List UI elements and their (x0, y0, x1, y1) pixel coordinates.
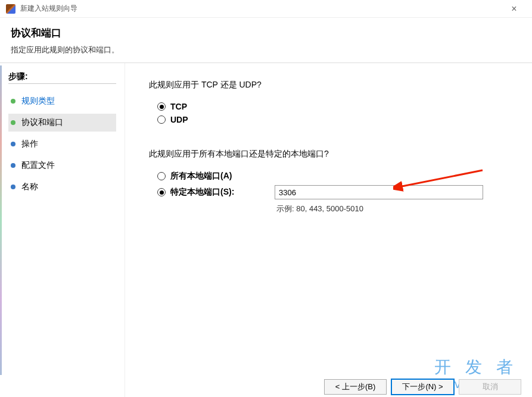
wizard-header: 协议和端口 指定应用此规则的协议和端口。 (0, 18, 532, 63)
window-title: 新建入站规则向导 (20, 4, 502, 14)
radio-udp[interactable] (157, 115, 166, 124)
page-description: 指定应用此规则的协议和端口。 (11, 45, 521, 55)
cancel-button[interactable]: 取消 (459, 379, 521, 395)
step-label: 配置文件 (21, 160, 55, 171)
port-question: 此规则应用于所有本地端口还是特定的本地端口? (149, 149, 508, 160)
back-button[interactable]: < 上一步(B) (324, 379, 387, 395)
radio-tcp-row[interactable]: TCP (149, 100, 508, 113)
radio-udp-row[interactable]: UDP (149, 113, 508, 126)
wizard-footer: < 上一步(B) 下一步(N) > 取消 (324, 379, 521, 395)
wizard-body: 步骤: 规则类型 协议和端口 操作 配置文件 名称 此规则应用于 TCP 还是 … (0, 63, 532, 397)
protocol-section: 此规则应用于 TCP 还是 UDP? TCP UDP (149, 80, 508, 126)
content-pane: 此规则应用于 TCP 还是 UDP? TCP UDP 此规则应用于所有本地端口还… (125, 63, 532, 397)
page-title: 协议和端口 (11, 26, 521, 40)
radio-all-ports[interactable] (157, 172, 166, 180)
step-protocol-port[interactable]: 协议和端口 (8, 114, 116, 132)
step-label: 操作 (21, 139, 38, 149)
next-button[interactable]: 下一步(N) > (391, 379, 454, 395)
titlebar: 新建入站规则向导 × (0, 0, 532, 18)
bullet-icon (11, 120, 15, 125)
radio-tcp-label: TCP (170, 102, 187, 111)
port-section: 此规则应用于所有本地端口还是特定的本地端口? 所有本地端口(A) 特定本地端口(… (149, 149, 508, 214)
steps-heading: 步骤: (8, 71, 116, 84)
radio-specific-ports-label: 特定本地端口(S): (170, 187, 275, 198)
bullet-icon (11, 142, 15, 146)
app-icon (6, 4, 15, 14)
step-profile[interactable]: 配置文件 (8, 157, 116, 174)
step-label: 名称 (21, 182, 38, 192)
step-name[interactable]: 名称 (8, 178, 116, 196)
radio-all-ports-label: 所有本地端口(A) (170, 171, 232, 182)
bullet-icon (11, 163, 15, 168)
protocol-question: 此规则应用于 TCP 还是 UDP? (149, 80, 508, 90)
steps-sidebar: 步骤: 规则类型 协议和端口 操作 配置文件 名称 (0, 63, 125, 397)
left-accent-strip (0, 65, 2, 375)
radio-tcp[interactable] (157, 102, 166, 111)
radio-udp-label: UDP (170, 115, 188, 124)
step-label: 协议和端口 (21, 117, 63, 128)
watermark-line1: 开 发 者 (434, 358, 518, 376)
radio-specific-ports-row[interactable]: 特定本地端口(S): (149, 183, 508, 201)
step-action[interactable]: 操作 (8, 135, 116, 153)
step-label: 规则类型 (21, 96, 55, 107)
bullet-icon (11, 185, 15, 189)
bullet-icon (11, 99, 15, 104)
port-input[interactable] (275, 185, 483, 199)
radio-specific-ports[interactable] (157, 188, 166, 196)
step-rule-type[interactable]: 规则类型 (8, 92, 116, 110)
port-example-text: 示例: 80, 443, 5000-5010 (276, 204, 508, 214)
close-icon[interactable]: × (502, 4, 526, 14)
radio-all-ports-row[interactable]: 所有本地端口(A) (149, 169, 508, 183)
